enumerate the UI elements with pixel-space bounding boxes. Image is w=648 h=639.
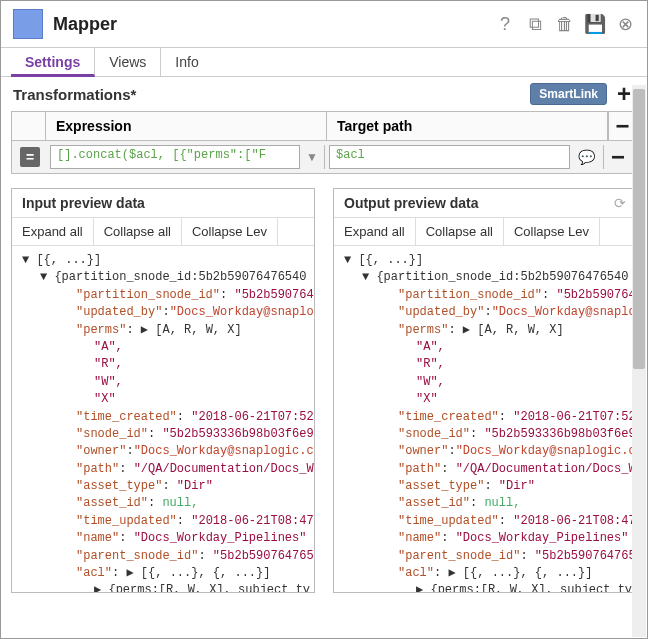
tab-views[interactable]: Views (95, 48, 161, 76)
output-collapse-all[interactable]: Collapse all (416, 218, 504, 245)
input-collapse-all[interactable]: Collapse all (94, 218, 182, 245)
expression-dropdown-icon[interactable]: ▼ (304, 150, 320, 164)
scrollbar-thumb[interactable] (633, 89, 645, 369)
output-tree[interactable]: ▼ [{, ...}]▼ {partition_snode_id:5b2b590… (334, 246, 636, 592)
tab-bar: Settings Views Info (1, 48, 647, 77)
tab-settings[interactable]: Settings (11, 48, 95, 77)
app-title: Mapper (53, 14, 117, 35)
col-target: Target path (327, 112, 608, 140)
input-preview-title: Input preview data (22, 195, 145, 211)
transformations-header: Transformations* SmartLink + (1, 77, 647, 111)
preview-row: Input preview data Expand all Collapse a… (11, 188, 637, 593)
input-tree[interactable]: ▼ [{, ...}]▼ {partition_snode_id:5b2b590… (12, 246, 314, 592)
expression-input[interactable]: [].concat($acl, [{"perms":["F (50, 145, 300, 169)
remove-header-button[interactable]: − (612, 115, 634, 137)
target-input[interactable]: $acl (329, 145, 570, 169)
transformations-label: Transformations* (13, 86, 136, 103)
output-preview-panel: Output preview data ⟳ Expand all Collaps… (333, 188, 637, 593)
refresh-icon[interactable]: ⟳ (614, 195, 626, 211)
input-preview-panel: Input preview data Expand all Collapse a… (11, 188, 315, 593)
copy-icon[interactable]: ⧉ (525, 14, 545, 34)
output-expand-all[interactable]: Expand all (334, 218, 416, 245)
close-icon[interactable]: ⊗ (615, 14, 635, 34)
output-preview-title: Output preview data (344, 195, 479, 211)
vertical-scrollbar[interactable] (632, 85, 646, 637)
help-icon[interactable]: ? (495, 14, 515, 34)
col-expression: Expression (46, 112, 327, 140)
input-expand-all[interactable]: Expand all (12, 218, 94, 245)
header: Mapper ? ⧉ 🗑 💾 ⊗ (1, 1, 647, 48)
app-icon (13, 9, 43, 39)
transformations-grid: Expression Target path − = [].concat($ac… (11, 111, 637, 174)
tab-info[interactable]: Info (161, 48, 212, 76)
input-collapse-level[interactable]: Collapse Lev (182, 218, 278, 245)
output-collapse-level[interactable]: Collapse Lev (504, 218, 600, 245)
save-icon[interactable]: 💾 (585, 14, 605, 34)
suggestion-icon[interactable]: 💬 (574, 149, 599, 165)
expression-toggle-button[interactable]: = (20, 147, 40, 167)
remove-row-button[interactable]: − (607, 146, 629, 168)
delete-icon[interactable]: 🗑 (555, 14, 575, 34)
smartlink-button[interactable]: SmartLink (530, 83, 607, 105)
table-row: = [].concat($acl, [{"perms":["F ▼ $acl 💬… (12, 140, 636, 173)
